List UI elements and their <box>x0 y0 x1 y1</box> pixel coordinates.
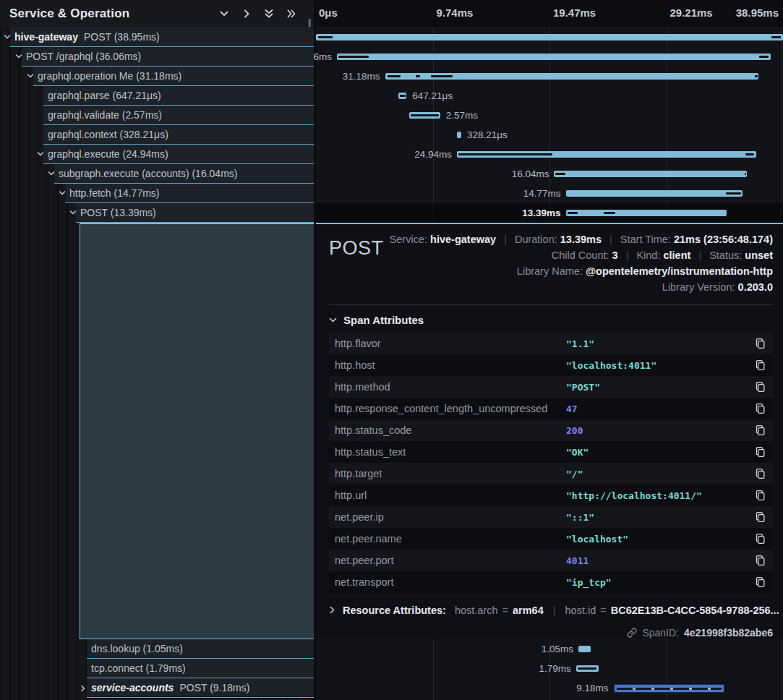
ruler-tick: 38.95ms <box>736 7 779 19</box>
child-span-marker <box>578 667 596 670</box>
meta-value: 0.203.0 <box>738 281 773 293</box>
span-row-dns-lookup[interactable]: dns.lookup (1.05ms) <box>0 639 314 659</box>
span-row-graphql-parse[interactable]: graphql.parse (647.21μs) <box>0 86 314 106</box>
meta-label: Library Name: <box>517 265 586 277</box>
span-duration-label: 2.57ms <box>446 110 478 121</box>
span-attributes-toggle[interactable]: Span Attributes <box>329 314 773 326</box>
span-detail-title: POST <box>329 237 384 260</box>
attribute-row: net.transport"ip_tcp" <box>329 571 773 593</box>
attribute-key: http.host <box>335 359 566 371</box>
ruler-tick: 0μs <box>319 7 338 19</box>
copy-icon[interactable] <box>753 467 766 480</box>
attribute-row: http.status_text"OK" <box>329 441 773 463</box>
child-span-marker <box>400 95 406 97</box>
child-span-marker <box>555 173 566 175</box>
ruler-tick: 29.21ms <box>670 7 713 19</box>
copy-icon[interactable] <box>753 576 766 589</box>
ruler-tick: 19.47ms <box>553 7 596 19</box>
attribute-key: http.status_code <box>335 424 566 436</box>
timeline-row: 24.94ms <box>316 145 783 164</box>
child-span-marker <box>745 153 754 155</box>
span-bar[interactable] <box>398 93 406 99</box>
span-bar[interactable] <box>385 73 759 80</box>
attribute-key: http.url <box>335 490 566 501</box>
timeline-row: 13.39ms <box>316 203 783 223</box>
equals-sign: = <box>502 605 508 616</box>
attribute-row: http.url"http://localhost:4011/" <box>329 485 773 506</box>
span-bar[interactable] <box>554 171 746 177</box>
span-row-graphql-context[interactable]: graphql.context (328.21μs) <box>0 125 314 145</box>
meta-value: 13.39ms <box>560 234 602 245</box>
span-bar[interactable] <box>337 54 771 60</box>
link-icon[interactable] <box>627 628 637 638</box>
meta-label: Kind: <box>636 249 663 261</box>
copy-icon[interactable] <box>753 402 766 415</box>
attribute-value: "1.1" <box>566 338 753 349</box>
attribute-key: net.peer.port <box>335 555 566 566</box>
span-bar[interactable] <box>614 684 725 693</box>
span-duration-label: 13.39ms <box>522 208 560 218</box>
meta-label: Start Time: <box>620 234 674 245</box>
span-row-http-fetch[interactable]: http.fetch (14.77ms) <box>0 184 314 203</box>
span-row-graphql-operation-me[interactable]: graphql.operation Me (31.18ms) <box>0 67 314 86</box>
copy-icon[interactable] <box>753 359 766 372</box>
chevron-down-icon[interactable] <box>15 54 22 59</box>
resource-key: host.id <box>565 605 596 616</box>
span-bar[interactable] <box>578 646 591 652</box>
timeline-row: 31.18ms <box>316 67 783 86</box>
child-span-marker <box>617 688 722 690</box>
selected-span-highlight <box>80 223 314 639</box>
span-row-post-graphql[interactable]: POST /graphql (36.06ms) <box>0 47 314 67</box>
span-row-post[interactable]: service-accountsPOST (9.18ms) <box>0 678 314 698</box>
meta-value: 3 <box>612 249 618 261</box>
copy-icon[interactable] <box>753 554 766 567</box>
attribute-key: http.method <box>335 381 566 393</box>
copy-icon[interactable] <box>753 424 766 437</box>
double-chevron-down-icon[interactable] <box>264 9 274 19</box>
child-span-marker <box>568 212 578 214</box>
double-chevron-right-icon[interactable] <box>286 9 296 19</box>
chevron-down-icon[interactable] <box>27 73 34 79</box>
span-bar[interactable] <box>457 132 461 138</box>
copy-icon[interactable] <box>753 380 766 393</box>
span-row-post[interactable]: POST (13.39ms) <box>0 203 314 223</box>
attribute-row: http.host"localhost:4011" <box>329 354 773 376</box>
chevron-down-icon[interactable] <box>69 210 77 215</box>
copy-icon[interactable] <box>753 337 766 350</box>
trace-viewer: Service & Operation ∥ hive-gatewayPOST (… <box>0 0 783 700</box>
attribute-key: http.flavor <box>335 338 566 349</box>
span-row-post[interactable]: hive-gatewayPOST (38.95ms) <box>0 27 314 47</box>
attribute-key: http.status_text <box>335 446 566 458</box>
chevron-down-icon[interactable] <box>37 151 44 157</box>
span-duration-label: 328.21μs <box>467 129 508 140</box>
span-bar[interactable] <box>566 190 743 197</box>
span-row-graphql-validate[interactable]: graphql.validate (2.57ms) <box>0 106 314 125</box>
span-bar[interactable] <box>576 665 599 672</box>
chevron-down-icon[interactable] <box>48 171 55 176</box>
chevron-down-icon[interactable] <box>59 190 66 196</box>
span-row-label: service-accountsPOST (9.18ms) <box>91 682 249 693</box>
meta-value: @opentelemetry/instrumentation-http <box>586 265 773 277</box>
span-bar[interactable] <box>409 112 440 119</box>
copy-icon[interactable] <box>753 532 766 545</box>
resource-attributes-toggle[interactable]: Resource Attributes: host.arch=arm64|hos… <box>329 605 773 616</box>
chevron-down-icon[interactable] <box>219 9 229 19</box>
chevron-down-icon[interactable] <box>4 34 11 40</box>
copy-icon[interactable] <box>753 445 766 458</box>
span-row-graphql-execute[interactable]: graphql.execute (24.94ms) <box>0 145 314 164</box>
span-bar[interactable] <box>316 34 783 40</box>
span-row-tcp-connect[interactable]: tcp.connect (1.79ms) <box>0 659 314 678</box>
span-row-subgraph-execute-accounts-[interactable]: subgraph.execute (accounts) (16.04ms) <box>0 164 314 184</box>
copy-icon[interactable] <box>753 511 766 524</box>
chevron-right-icon[interactable] <box>80 685 86 692</box>
panel-resize-handle[interactable]: ∥ <box>308 18 312 27</box>
attribute-row: net.peer.name"localhost" <box>329 528 773 550</box>
chevron-right-icon[interactable] <box>241 9 252 19</box>
span-row-label: dns.lookup (1.05ms) <box>91 643 183 654</box>
span-bar[interactable] <box>566 210 727 216</box>
span-bar[interactable] <box>457 151 756 158</box>
span-tree-header: Service & Operation <box>0 0 314 27</box>
child-span-marker <box>388 75 401 77</box>
copy-icon[interactable] <box>753 489 766 502</box>
span-duration-label: 1.79ms <box>539 663 571 674</box>
